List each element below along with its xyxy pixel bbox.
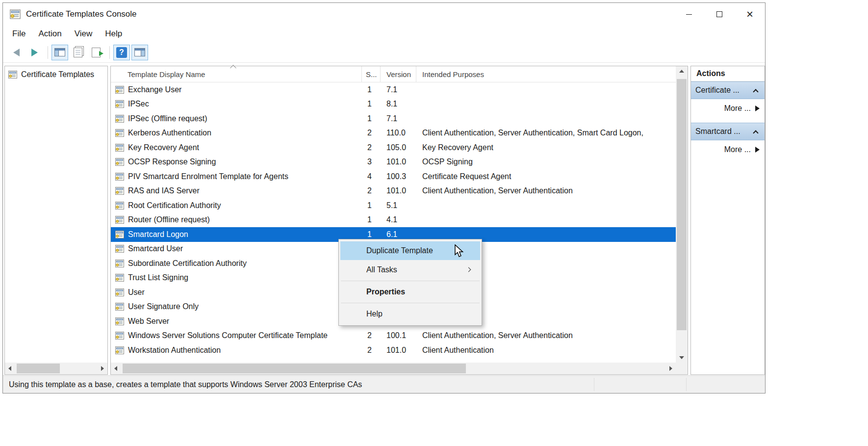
template-name: Web Server — [128, 317, 169, 326]
actions-section-header-certificate[interactable]: Certificate ... — [691, 81, 765, 99]
intended-purposes: OCSP Signing — [416, 157, 676, 166]
template-name: Key Recovery Agent — [128, 143, 199, 152]
certificate-template-icon — [115, 99, 125, 109]
scroll-right-icon — [669, 366, 672, 371]
toolbar: ? — [3, 42, 765, 63]
window-title: Certificate Templates Console — [26, 9, 137, 19]
certificate-template-icon — [115, 331, 125, 341]
table-row[interactable]: RAS and IAS Server2101.0Client Authentic… — [111, 184, 676, 199]
table-row[interactable]: PIV Smartcard Enrolment Template for Age… — [111, 169, 676, 184]
intended-purposes: Client Authentication, Server Authentica… — [416, 331, 676, 340]
scroll-up-button[interactable] — [676, 66, 688, 76]
scroll-left-button[interactable] — [111, 363, 121, 374]
forward-icon — [31, 49, 38, 56]
scroll-down-icon — [679, 356, 684, 359]
actions-pane-title: Actions — [691, 66, 765, 81]
scroll-left-icon — [114, 366, 117, 371]
actions-section-header-smartcard[interactable]: Smartcard ... — [691, 123, 765, 140]
schema-version: 1 — [362, 230, 381, 239]
scrollbar-thumb[interactable] — [123, 364, 466, 373]
menu-view[interactable]: View — [68, 27, 99, 41]
export-list-button[interactable] — [88, 45, 104, 60]
table-row[interactable]: Root Certification Authority15.1 — [111, 198, 676, 213]
expand-icon — [755, 147, 760, 153]
collapse-icon[interactable] — [753, 89, 758, 94]
scrollbar-thumb[interactable] — [677, 79, 687, 330]
template-name: Windows Server Solutions Computer Certif… — [128, 331, 328, 340]
minimize-icon — [686, 14, 692, 15]
template-name: Smartcard User — [128, 244, 183, 253]
table-row[interactable]: IPSec18.1 — [111, 97, 676, 112]
certificate-template-icon — [115, 230, 125, 239]
scrollbar-thumb[interactable] — [17, 364, 60, 373]
back-button[interactable] — [8, 45, 25, 60]
schema-version: 1 — [362, 100, 381, 108]
show-action-pane-button[interactable] — [131, 45, 148, 60]
actions-pane: Actions Certificate ...More ...Smartcard… — [690, 66, 765, 375]
table-row[interactable]: Key Recovery Agent2105.0Key Recovery Age… — [111, 140, 676, 155]
certificate-template-icon — [115, 215, 125, 225]
submenu-arrow-icon — [466, 267, 471, 272]
more-actions-item[interactable]: More ... — [691, 99, 765, 118]
template-name: IPSec (Offline request) — [128, 114, 207, 123]
template-version: 7.1 — [381, 114, 416, 123]
menu-help[interactable]: Help — [99, 27, 128, 41]
template-name: IPSec — [128, 100, 149, 108]
show-console-tree-button[interactable] — [51, 45, 68, 60]
maximize-button[interactable] — [704, 3, 735, 26]
scroll-right-button[interactable] — [666, 363, 676, 374]
console-tree-pane: Certificate Templates — [4, 66, 108, 375]
scroll-left-button[interactable] — [5, 363, 15, 374]
minimize-button[interactable] — [674, 3, 704, 26]
column-header-template-display-name[interactable]: Template Display Name — [111, 66, 362, 82]
intended-purposes: Key Recovery Agent — [416, 143, 676, 152]
status-bar: Using this template as a base, creates a… — [3, 375, 765, 393]
table-row[interactable]: Windows Server Solutions Computer Certif… — [111, 329, 676, 343]
column-header-schema-version[interactable]: S... — [362, 66, 381, 82]
column-header-intended-purposes[interactable]: Intended Purposes — [416, 66, 676, 82]
template-version: 100.3 — [381, 172, 416, 181]
properties-button[interactable] — [70, 45, 86, 60]
certificate-template-icon — [115, 273, 125, 283]
certificate-template-icon — [115, 157, 125, 167]
template-version: 8.1 — [381, 100, 416, 108]
table-row[interactable]: IPSec (Offline request)17.1 — [111, 111, 676, 126]
tree-horizontal-scrollbar[interactable] — [5, 363, 107, 374]
close-button[interactable]: × — [735, 3, 765, 26]
toolbar-separator — [109, 46, 110, 59]
tree-item-certificate-templates[interactable]: Certificate Templates — [5, 66, 107, 81]
scroll-down-button[interactable] — [676, 353, 688, 363]
context-menu-item-help[interactable]: Help — [340, 305, 480, 323]
help-button[interactable]: ? — [113, 45, 130, 60]
context-menu-item-all-tasks[interactable]: All Tasks — [340, 261, 480, 279]
horizontal-scrollbar[interactable] — [111, 363, 676, 374]
certificate-template-icon — [115, 345, 125, 355]
collapse-icon[interactable] — [753, 130, 758, 135]
list-icon — [74, 48, 82, 57]
table-row[interactable]: Workstation Authentication2101.0Client A… — [111, 343, 676, 358]
template-version: 101.0 — [381, 157, 416, 166]
template-list-pane: Template Display Name S... Version Inten… — [110, 66, 688, 375]
scroll-right-button[interactable] — [98, 363, 107, 374]
context-menu-item-properties[interactable]: Properties — [340, 283, 480, 301]
more-actions-item[interactable]: More ... — [691, 140, 765, 159]
template-version: 100.1 — [381, 331, 416, 340]
schema-version: 2 — [362, 129, 381, 137]
certificate-template-icon — [115, 85, 125, 95]
table-row[interactable]: Router (Offline request)14.1 — [111, 213, 676, 228]
actions-section-label: Certificate ... — [695, 86, 740, 95]
table-row[interactable]: Kerberos Authentication2110.0Client Auth… — [111, 126, 676, 141]
column-header-version[interactable]: Version — [381, 66, 416, 82]
menu-file[interactable]: File — [6, 27, 32, 41]
menu-action[interactable]: Action — [32, 27, 68, 41]
template-name: PIV Smartcard Enrolment Template for Age… — [128, 172, 288, 181]
schema-version: 1 — [362, 215, 381, 224]
forward-button[interactable] — [26, 45, 43, 60]
menu-item-label: Help — [366, 310, 383, 318]
template-version: 6.1 — [381, 230, 416, 239]
table-row[interactable]: OCSP Response Signing3101.0OCSP Signing — [111, 155, 676, 170]
template-name: Subordinate Certification Authority — [128, 259, 247, 268]
certificate-console-icon — [9, 8, 21, 20]
table-row[interactable]: Exchange User17.1 — [111, 82, 676, 97]
vertical-scrollbar[interactable] — [676, 66, 688, 363]
